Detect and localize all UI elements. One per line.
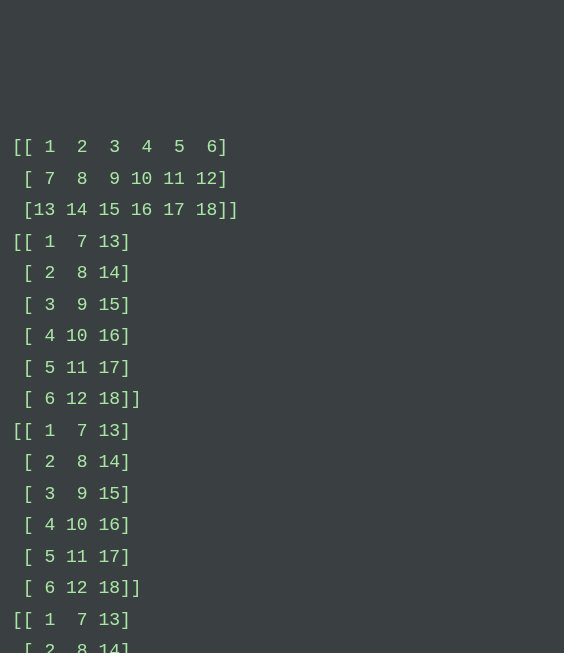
output-line: [ 7 8 9 10 11 12] (12, 164, 552, 196)
output-line: [[ 1 7 13] (12, 605, 552, 637)
output-line: [ 6 12 18]] (12, 384, 552, 416)
output-line: [ 4 10 16] (12, 510, 552, 542)
output-line: [ 2 8 14] (12, 258, 552, 290)
output-line: [ 3 9 15] (12, 290, 552, 322)
output-line: [ 2 8 14] (12, 447, 552, 479)
output-line: [13 14 15 16 17 18]] (12, 195, 552, 227)
output-line: [ 6 12 18]] (12, 573, 552, 605)
output-line: [ 2 8 14] (12, 636, 552, 653)
output-line: [[ 1 2 3 4 5 6] (12, 132, 552, 164)
output-line: [ 5 11 17] (12, 353, 552, 385)
output-line: [ 3 9 15] (12, 479, 552, 511)
output-line: [ 5 11 17] (12, 542, 552, 574)
output-line: [ 4 10 16] (12, 321, 552, 353)
output-line: [[ 1 7 13] (12, 416, 552, 448)
console-output: [[ 1 2 3 4 5 6] [ 7 8 9 10 11 12] [13 14… (12, 132, 552, 653)
output-line: [[ 1 7 13] (12, 227, 552, 259)
